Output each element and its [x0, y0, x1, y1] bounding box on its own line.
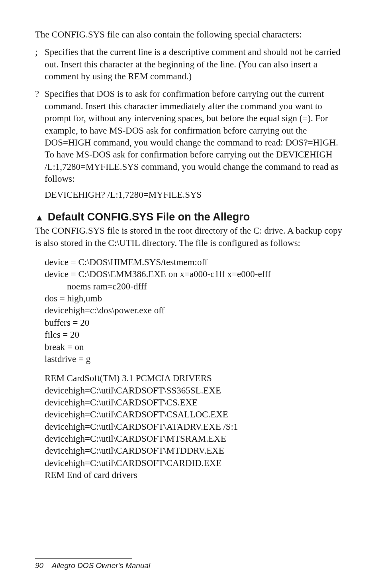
triangle-icon: ▲	[35, 212, 44, 223]
code-line: devicehigh=C:\util\CARDSOFT\SS365SL.EXE	[45, 385, 345, 397]
term-question: ?	[35, 88, 45, 201]
config-block-2: REM CardSoft(TM) 3.1 PCMCIA DRIVERS devi…	[45, 372, 345, 481]
code-line: device = C:\DOS\EMM386.EXE on x=a000-c1f…	[45, 268, 345, 280]
code-line: buffers = 20	[45, 317, 345, 329]
intro-paragraph: The CONFIG.SYS file can also contain the…	[35, 29, 345, 41]
definition-item-question: ? Specifies that DOS is to ask for confi…	[35, 88, 345, 201]
def-semicolon: Specifies that the current line is a des…	[45, 46, 345, 83]
code-line: REM CardSoft(TM) 3.1 PCMCIA DRIVERS	[45, 372, 345, 384]
section-heading-row: ▲ Default CONFIG.SYS File on the Allegro	[35, 210, 345, 224]
code-line: devicehigh=C:\util\CARDSOFT\CSALLOC.EXE	[45, 409, 345, 421]
code-line: devicehigh=c:\dos\power.exe off	[45, 305, 345, 317]
heading-body: The CONFIG.SYS file is stored in the roo…	[35, 225, 345, 249]
code-line: devicehigh=C:\util\CARDSOFT\ATADRV.EXE /…	[45, 421, 345, 433]
def-question: Specifies that DOS is to ask for confirm…	[45, 88, 345, 185]
page-footer: 90 Allegro DOS Owner's Manual	[35, 559, 150, 570]
code-line: devicehigh=C:\util\CARDSOFT\MTDDRV.EXE	[45, 445, 345, 457]
code-line: dos = high,umb	[45, 293, 345, 305]
code-line: noems ram=c200-dfff	[67, 281, 345, 293]
code-line: lastdrive = g	[45, 353, 345, 365]
def-question-example: DEVICEHIGH? /L:1,7280=MYFILE.SYS	[45, 189, 345, 201]
footer-rule	[35, 559, 132, 559]
code-line: devicehigh=C:\util\CARDSOFT\CS.EXE	[45, 397, 345, 409]
config-block-1: device = C:\DOS\HIMEM.SYS/testmem:off de…	[45, 256, 345, 365]
code-line: devicehigh=C:\util\CARDSOFT\MTSRAM.EXE	[45, 433, 345, 445]
section-heading: Default CONFIG.SYS File on the Allegro	[48, 210, 250, 224]
code-line: device = C:\DOS\HIMEM.SYS/testmem:off	[45, 256, 345, 268]
footer-title: Allegro DOS Owner's Manual	[52, 561, 151, 570]
definition-item-semicolon: ; Specifies that the current line is a d…	[35, 46, 345, 83]
page-number: 90	[35, 561, 43, 570]
code-line: break = on	[45, 341, 345, 353]
code-line: REM End of card drivers	[45, 469, 345, 481]
code-line: devicehigh=C:\util\CARDSOFT\CARDID.EXE	[45, 457, 345, 469]
code-line: files = 20	[45, 329, 345, 341]
term-semicolon: ;	[35, 46, 45, 83]
